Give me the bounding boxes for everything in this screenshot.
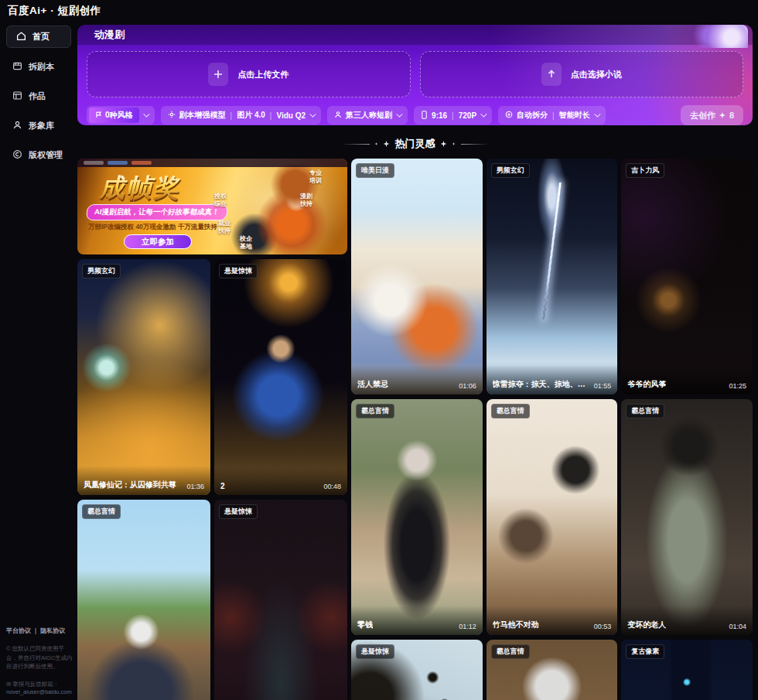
sidebar: 首页 拆剧本 作品 形象库 版权管理 平台协议 ｜ 隐私协议 © 您默认已同意使… [0, 21, 77, 700]
banner-benefits: 万部IP改编授权 40万现金激励 千万流量扶持 [88, 223, 217, 232]
narrator-icon [334, 111, 342, 120]
sidebar-item-label: 首页 [32, 31, 50, 43]
disclaimer-text: © 您默认已同意使用平台，并自行对AIGC生成内容进行判断后使用。 [6, 644, 73, 671]
grid-column: 男频玄幻 惊雷掠夺：掠天、掠地、掠众生 01:55 霸总言情 竹马他不对劲 00… [487, 159, 618, 700]
contest-banner[interactable]: 成帧奖 AI漫剧启航，让每一个好故事都成真！ 万部IP改编授权 40万现金激励 … [77, 159, 347, 254]
genre-badge: 唯美日漫 [356, 163, 394, 178]
video-card[interactable]: 霸总言情 [77, 500, 210, 700]
video-card[interactable]: 复古像素 [621, 640, 753, 700]
feedback-label: ✉ 举报与反馈邮箱： [6, 681, 73, 688]
video-card[interactable]: 悬疑惊悚 [351, 640, 483, 700]
video-card[interactable]: 唯美日漫 活人禁忌 01:06 [351, 159, 483, 394]
decor-line [342, 144, 370, 145]
works-icon [12, 90, 22, 102]
banner-join-button[interactable]: 立即参加 [124, 234, 192, 249]
video-card[interactable]: 吉卜力风 爷爷的风筝 01:25 [621, 159, 753, 394]
video-card[interactable]: 男频玄幻 惊雷掠夺：掠天、掠地、掠众生 01:55 [487, 159, 618, 394]
section-title: 热门灵感 [395, 137, 435, 151]
genre-badge: 悬疑惊悚 [356, 644, 394, 659]
ratio-selector-chip[interactable]: 9:16 | 720P [414, 106, 492, 125]
video-card[interactable]: 霸总言情 变坏的老人 01:04 [621, 399, 753, 635]
card-pair: 霸总言情 悬疑惊悚 [77, 500, 347, 700]
top-header: 百度Ai+ · 短剧创作 [0, 0, 758, 21]
policy-links[interactable]: 平台协议 ｜ 隐私协议 [6, 627, 73, 635]
style-selector-chip[interactable]: 0种风格 [87, 106, 155, 125]
card-title: 变坏的老人 [627, 620, 666, 630]
card-title: 零钱 [357, 620, 373, 630]
settings-chip-row: 0种风格 剧本增强模型 | 图片 4.0 | Vidu Q2 第三人称短剧 [87, 105, 743, 125]
card-duration: 01:12 [459, 623, 476, 630]
genre-badge: 吉卜力风 [626, 163, 664, 178]
sidebar-item-script[interactable]: 拆剧本 [6, 56, 71, 77]
ratio-chip-label-b: 720P [459, 111, 476, 120]
card-title: 惊雷掠夺：掠天、掠地、掠众生 [493, 379, 589, 390]
creation-hero: 动漫剧 点击上传文件 点击选择小说 0种风格 [77, 25, 753, 125]
feedback-email-link[interactable]: novel_aiuser@baidu.com [6, 688, 73, 695]
card-caption: 爷爷的风筝 01:25 [621, 365, 753, 394]
banner-tag: 授权综合 [214, 193, 230, 207]
video-card[interactable]: 悬疑惊悚 [214, 500, 347, 700]
banner-tag: 专业培训 [309, 169, 325, 184]
ratio-chip-label-a: 9:16 [432, 111, 447, 120]
card-title: 爷爷的风筝 [627, 379, 666, 390]
thumbnail-dark-room [621, 159, 753, 394]
auto-split-chip[interactable]: 自动拆分 | 智能时长 [498, 106, 606, 125]
auto-chip-label-a: 自动拆分 [517, 110, 548, 121]
genre-badge: 悬疑惊悚 [219, 264, 258, 278]
sidebar-item-works[interactable]: 作品 [6, 86, 71, 107]
create-button[interactable]: 去创作 8 [681, 105, 743, 125]
model-chip-label-c: Vidu Q2 [276, 111, 306, 120]
card-pair: 男频玄幻 凤凰修仙记：从囚修到共尊 01:36 悬疑惊悚 2 00:48 [77, 259, 347, 495]
hero-title: 动漫剧 [94, 28, 125, 42]
card-caption: 2 00:48 [214, 468, 347, 495]
sidebar-item-copyright[interactable]: 版权管理 [6, 145, 71, 166]
chevron-down-icon [309, 111, 316, 117]
video-card[interactable]: 男频玄幻 凤凰修仙记：从囚修到共尊 01:36 [77, 259, 210, 495]
inspiration-grid: 成帧奖 AI漫剧启航，让每一个好故事都成真！ 万部IP改编授权 40万现金激励 … [77, 159, 753, 700]
sidebar-footer: 平台协议 ｜ 隐私协议 © 您默认已同意使用平台，并自行对AIGC生成内容进行判… [6, 627, 73, 695]
thumbnail-village [77, 500, 210, 700]
narrative-chip-label: 第三人称短剧 [346, 110, 392, 121]
card-caption: 活人禁忌 01:06 [351, 365, 483, 394]
model-selector-chip[interactable]: 剧本增强模型 | 图片 4.0 | Vidu Q2 [161, 106, 322, 125]
card-title: 2 [220, 482, 225, 490]
grid-column: 唯美日漫 活人禁忌 01:06 霸总言情 零钱 01:12 [351, 159, 483, 700]
narrative-selector-chip[interactable]: 第三人称短剧 [327, 106, 408, 125]
chevron-down-icon [143, 111, 149, 117]
banner-partner-logos [77, 159, 347, 167]
video-card[interactable]: 霸总言情 零钱 01:12 [351, 399, 483, 635]
select-novel-dropzone[interactable]: 点击选择小说 [420, 51, 744, 97]
page: 百度Ai+ · 短剧创作 首页 拆剧本 作品 形象库 版权管理 平台协议 ｜ 隐… [0, 0, 758, 700]
banner-tag: 就业扶持 [218, 220, 234, 234]
main-content: 动漫剧 点击上传文件 点击选择小说 0种风格 [77, 21, 753, 700]
genre-badge: 霸总言情 [82, 504, 121, 519]
video-card[interactable]: 悬疑惊悚 2 00:48 [214, 259, 347, 495]
thumbnail-phoenix [77, 259, 210, 495]
upload-file-dropzone[interactable]: 点击上传文件 [87, 51, 411, 97]
model-chip-label-b: 图片 4.0 [237, 110, 265, 121]
decor-line [461, 144, 489, 145]
thumbnail-lightning [487, 159, 618, 394]
card-duration: 01:55 [594, 382, 612, 390]
sparkle-icon [452, 142, 456, 145]
upload-file-label: 点击上传文件 [237, 69, 289, 80]
model-chip-label-a: 剧本增强模型 [179, 110, 226, 121]
sidebar-item-avatars[interactable]: 形象库 [6, 115, 71, 136]
card-caption: 惊雷掠夺：掠天、掠地、掠众生 01:55 [487, 365, 618, 394]
create-button-label: 去创作 [690, 110, 715, 121]
app-logo: 百度Ai+ · 短剧创作 [8, 4, 101, 18]
person-icon [12, 120, 22, 131]
sparkle-icon [384, 141, 390, 147]
banner-tag: 漫剧扶持 [300, 193, 316, 207]
sidebar-item-home[interactable]: 首页 [6, 26, 71, 48]
anime-girl-illustration [689, 25, 748, 48]
auto-chip-label-b: 智能时长 [559, 110, 590, 121]
auto-icon [505, 111, 513, 120]
section-header: 热门灵感 [77, 137, 753, 151]
style-pill: 0种风格 [89, 108, 139, 123]
card-duration: 00:53 [594, 623, 612, 630]
genre-badge: 复古像素 [626, 644, 664, 659]
video-card[interactable]: 霸总言情 [487, 640, 618, 700]
video-card[interactable]: 霸总言情 竹马他不对劲 00:53 [487, 399, 618, 635]
card-title: 活人禁忌 [357, 379, 388, 390]
